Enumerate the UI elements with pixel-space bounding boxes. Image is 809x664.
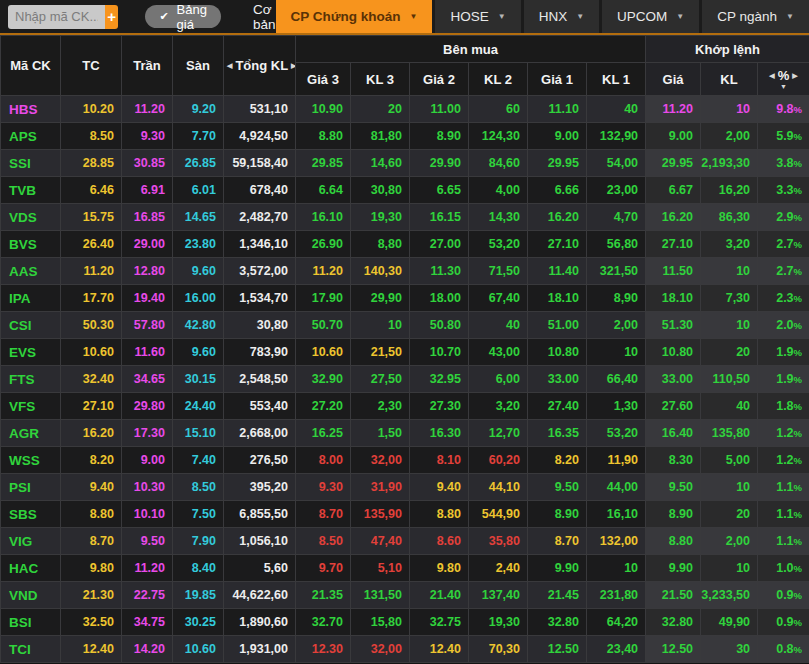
total-volume-cell: 30,80 [224,312,296,339]
match-price-cell: 16.20 [646,204,701,231]
stock-row[interactable]: SBS8.8010.107.506,855,508.70135,908.8054… [1,501,809,528]
reference-price-cell: 32.50 [61,609,122,636]
match-price-cell: 9.00 [646,123,701,150]
stock-row[interactable]: SSI28.8530.8526.8559,158,4029.8514,6029.… [1,150,809,177]
bid-price-2-cell: 9.80 [410,555,469,582]
stock-row[interactable]: APS8.509.307.704,924,508.8081,808.90124,… [1,123,809,150]
bid-price-2-cell: 8.90 [410,123,469,150]
price-board: Mã CK TC Trần Sàn ◀Tổng KL▶ Bên mua Khớp… [0,35,809,663]
stock-row[interactable]: VDS15.7516.8514.652,482,7016.1019,3016.1… [1,204,809,231]
stock-row[interactable]: TCI12.4014.2010.601,931,0012.3032,0012.4… [1,636,809,663]
stock-row[interactable]: EVS10.6011.609.60783,9010.6021,5010.7043… [1,339,809,366]
symbol-cell: VFS [1,393,61,420]
match-price-cell: 10.80 [646,339,701,366]
bid-price-1-cell: 6.66 [528,177,587,204]
bid-vol-2-cell: 71,50 [469,258,528,285]
floor-price-cell: 23.80 [173,231,224,258]
stock-row[interactable]: BVS26.4029.0023.801,346,1026.908,8027.00… [1,231,809,258]
stock-row[interactable]: VIG8.709.507.901,056,108.5047,408.6035,8… [1,528,809,555]
header-total-volume[interactable]: ◀Tổng KL▶ [224,36,296,96]
chevron-down-icon: ▼ [786,12,794,21]
bid-price-1-cell: 12.50 [528,636,587,663]
ceiling-price-cell: 29.80 [122,393,173,420]
reference-price-cell: 8.80 [61,501,122,528]
match-vol-cell: 2,00 [701,528,758,555]
stock-row[interactable]: TVB6.466.916.01678,406.6430,806.654,006.… [1,177,809,204]
bid-price-1-cell: 11.40 [528,258,587,285]
stock-row[interactable]: HAC9.8011.208.405,609.705,109.802,409.90… [1,555,809,582]
reference-price-cell: 8.50 [61,123,122,150]
stock-row[interactable]: WSS8.209.007.40276,508.0032,008.1060,208… [1,447,809,474]
bid-price-2-cell: 32.75 [410,609,469,636]
header-match-percent[interactable]: ◀%▶ ▼ [758,63,809,96]
match-vol-cell: 2,193,30 [701,150,758,177]
match-percent-cell: 1.0% [758,555,809,582]
bid-vol-3-cell: 47,40 [351,528,410,555]
header-bid-vol-3: KL 3 [351,63,410,96]
bid-vol-1-cell: 1,30 [587,393,646,420]
symbol-cell: WSS [1,447,61,474]
percent-sign: % [794,536,802,547]
bid-vol-3-cell: 8,80 [351,231,410,258]
bid-vol-2-cell: 67,40 [469,285,528,312]
stock-row[interactable]: VFS27.1029.8024.40553,4027.202,3027.303,… [1,393,809,420]
stock-row[interactable]: IPA17.7019.4016.001,534,7017.9029,9018.0… [1,285,809,312]
tab-hose[interactable]: HOSE ▼ [435,0,520,33]
stock-row[interactable]: VND21.3022.7519.8544,622,6021.35131,5021… [1,582,809,609]
stock-row[interactable]: AAS11.2012.809.603,572,0011.20140,3011.3… [1,258,809,285]
sort-down-icon: ▼ [758,83,809,90]
bid-vol-2-cell: 137,40 [469,582,528,609]
tab-cp-nganh[interactable]: CP ngành ▼ [702,0,809,33]
stock-row[interactable]: AGR16.2017.3015.102,668,0016.251,5016.30… [1,420,809,447]
stock-row[interactable]: FTS32.4034.6530.152,548,5032.9027,5032.9… [1,366,809,393]
bid-vol-3-cell: 14,60 [351,150,410,177]
ceiling-price-cell: 34.75 [122,609,173,636]
floor-price-cell: 30.25 [173,609,224,636]
bid-price-1-cell: 33.00 [528,366,587,393]
percent-sign: % [794,104,802,115]
stock-row[interactable]: CSI50.3057.8042.8030,8050.701050.804051.… [1,312,809,339]
reference-price-cell: 27.10 [61,393,122,420]
match-vol-cell: 10 [701,258,758,285]
bid-vol-3-cell: 30,80 [351,177,410,204]
percent-sign: % [794,239,802,250]
match-price-cell: 8.30 [646,447,701,474]
symbol-cell: EVS [1,339,61,366]
symbol-search-input[interactable] [8,5,105,29]
tab-cp-chung-khoan[interactable]: CP Chứng khoán ▼ [276,0,433,33]
bid-vol-3-cell: 31,90 [351,474,410,501]
bid-vol-1-cell: 53,20 [587,420,646,447]
header-bid-price-3: Giá 3 [296,63,351,96]
basic-view-toggle[interactable]: Cơ bản [253,2,276,32]
bid-vol-1-cell: 132,00 [587,528,646,555]
bid-vol-1-cell: 66,40 [587,366,646,393]
bid-price-3-cell: 9.70 [296,555,351,582]
bid-price-3-cell: 21.35 [296,582,351,609]
price-board-toggle[interactable]: ✔ Bảng giá [145,5,221,28]
match-price-cell: 9.50 [646,474,701,501]
add-symbol-button[interactable]: + [105,5,118,29]
total-volume-cell: 1,931,00 [224,636,296,663]
total-volume-cell: 1,534,70 [224,285,296,312]
stock-row[interactable]: PSI9.4010.308.50395,209.3031,909.4044,10… [1,474,809,501]
bid-price-2-cell: 29.90 [410,150,469,177]
bid-vol-3-cell: 27,50 [351,366,410,393]
match-percent-cell: 1.8% [758,393,809,420]
stock-row[interactable]: BSI32.5034.7530.251,890,6032.7015,8032.7… [1,609,809,636]
match-price-cell: 9.90 [646,555,701,582]
match-price-cell: 6.67 [646,177,701,204]
ceiling-price-cell: 57.80 [122,312,173,339]
percent-sign: % [794,212,802,223]
ceiling-price-cell: 11.20 [122,555,173,582]
tab-upcom[interactable]: UPCOM ▼ [602,0,699,33]
bid-vol-3-cell: 32,00 [351,447,410,474]
tab-hnx[interactable]: HNX ▼ [524,0,599,33]
bid-price-1-cell: 32.80 [528,609,587,636]
ceiling-price-cell: 19.40 [122,285,173,312]
floor-price-cell: 15.10 [173,420,224,447]
total-volume-cell: 3,572,00 [224,258,296,285]
ceiling-price-cell: 22.75 [122,582,173,609]
match-price-cell: 32.80 [646,609,701,636]
stock-row[interactable]: HBS10.2011.209.20531,1010.902011.006011.… [1,96,809,123]
bid-price-1-cell: 21.45 [528,582,587,609]
